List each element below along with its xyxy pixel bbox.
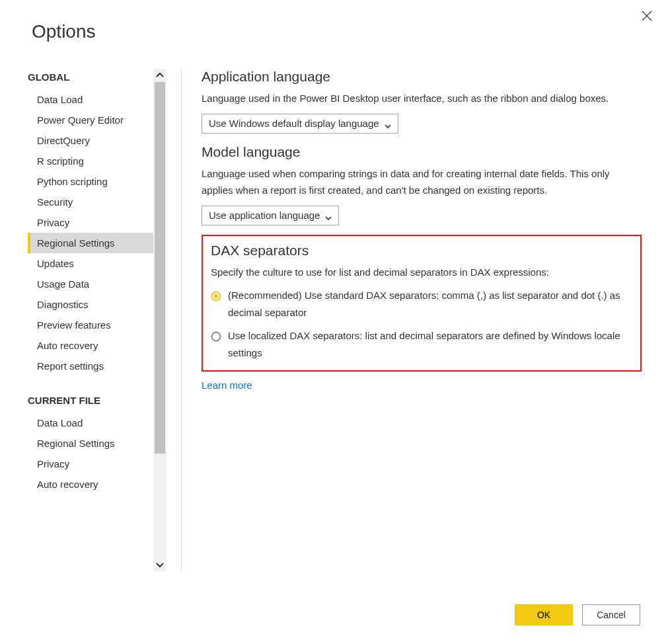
model-language-description: Language used when comparing strings in … (202, 165, 642, 199)
sidebar-item-regional-settings[interactable]: Regional Settings (28, 433, 153, 454)
sidebar-section-header: GLOBAL (28, 69, 153, 89)
model-language-select[interactable]: Use application language (202, 206, 339, 225)
sidebar-item-data-load[interactable]: Data Load (28, 413, 153, 433)
sidebar: GLOBALData LoadPower Query EditorDirectQ… (28, 69, 153, 571)
sidebar-item-security[interactable]: Security (28, 192, 153, 212)
cancel-button[interactable]: Cancel (582, 604, 640, 625)
close-icon[interactable] (640, 9, 653, 22)
dax-option-recommended[interactable]: (Recommended) Use standard DAX separator… (211, 287, 632, 321)
application-language-select[interactable]: Use Windows default display language (202, 114, 398, 134)
scroll-thumb[interactable] (155, 82, 165, 454)
sidebar-item-regional-settings[interactable]: Regional Settings (28, 233, 153, 253)
select-value-label: Use Windows default display language (209, 118, 379, 129)
sidebar-item-python-scripting[interactable]: Python scripting (28, 171, 153, 192)
dialog-title: Options (0, 0, 668, 42)
sidebar-section-header: CURRENT FILE (28, 392, 153, 413)
scroll-down-icon[interactable] (153, 558, 167, 571)
sidebar-item-auto-recovery[interactable]: Auto recovery (28, 335, 153, 356)
sidebar-item-updates[interactable]: Updates (28, 253, 153, 274)
svg-point-1 (214, 294, 218, 298)
ok-button[interactable]: OK (515, 604, 573, 625)
learn-more-link[interactable]: Learn more (202, 380, 642, 391)
radio-unselected-icon (211, 330, 221, 341)
sidebar-item-r-scripting[interactable]: R scripting (28, 151, 153, 171)
application-language-description: Language used in the Power BI Desktop us… (202, 90, 642, 107)
sidebar-item-directquery[interactable]: DirectQuery (28, 130, 153, 151)
svg-point-2 (212, 333, 221, 341)
sidebar-item-privacy[interactable]: Privacy (28, 212, 153, 233)
sidebar-item-privacy[interactable]: Privacy (28, 454, 153, 474)
dax-description: Specify the culture to use for list and … (211, 264, 632, 281)
sidebar-item-auto-recovery[interactable]: Auto recovery (28, 474, 153, 495)
dax-separators-section: DAX separators Specify the culture to us… (202, 235, 642, 372)
dialog-footer: OK Cancel (515, 604, 640, 625)
sidebar-scrollbar[interactable] (153, 69, 167, 571)
model-language-heading: Model language (202, 144, 642, 160)
scroll-up-icon[interactable] (153, 69, 167, 82)
sidebar-item-power-query-editor[interactable]: Power Query Editor (28, 110, 153, 130)
chevron-down-icon (325, 212, 332, 219)
sidebar-item-data-load[interactable]: Data Load (28, 89, 153, 110)
sidebar-item-diagnostics[interactable]: Diagnostics (28, 294, 153, 315)
content-pane: Application language Language used in th… (182, 69, 668, 571)
sidebar-item-report-settings[interactable]: Report settings (28, 356, 153, 376)
radio-label: (Recommended) Use standard DAX separator… (228, 287, 632, 321)
application-language-heading: Application language (202, 69, 642, 85)
sidebar-item-preview-features[interactable]: Preview features (28, 315, 153, 335)
radio-selected-icon (211, 290, 221, 300)
scroll-track[interactable] (153, 82, 167, 558)
radio-label: Use localized DAX separators: list and d… (228, 327, 632, 361)
select-value-label: Use application language (209, 210, 320, 221)
dax-option-localized[interactable]: Use localized DAX separators: list and d… (211, 327, 632, 361)
sidebar-item-usage-data[interactable]: Usage Data (28, 274, 153, 294)
dax-heading: DAX separators (211, 243, 632, 259)
chevron-down-icon (385, 120, 391, 127)
